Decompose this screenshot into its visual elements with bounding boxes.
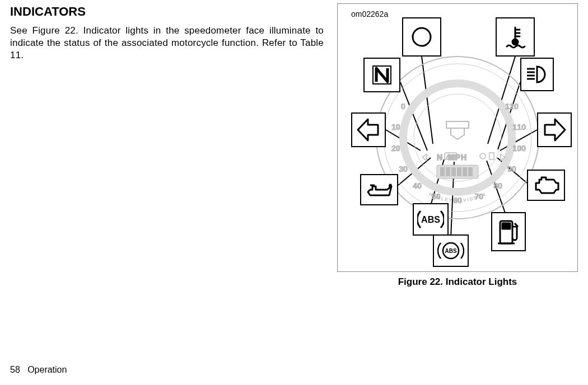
svg-rect-26 xyxy=(463,167,467,176)
svg-rect-27 xyxy=(468,167,473,176)
svg-rect-22 xyxy=(440,167,445,176)
right-turn-icon xyxy=(542,117,567,143)
gauge-tick: 90 xyxy=(507,165,516,173)
left-turn-icon xyxy=(356,117,381,143)
abs-icon: ABS xyxy=(417,208,444,231)
high-beam-icon xyxy=(525,62,549,87)
abs-alt-icon: ABS xyxy=(437,238,464,263)
svg-text:ABS: ABS xyxy=(445,248,456,254)
gauge-tick: 110 xyxy=(513,123,526,132)
gauge-tick: 10 xyxy=(391,123,400,132)
gauge-tick: 0 xyxy=(401,102,405,111)
check-engine-icon xyxy=(531,174,561,196)
svg-text:ABS: ABS xyxy=(421,215,440,224)
neutral-indicator-callout xyxy=(363,58,400,92)
page-footer: 58 Operation xyxy=(10,365,67,375)
svg-rect-23 xyxy=(446,167,450,176)
svg-text:N: N xyxy=(437,153,443,162)
gauge-tick: 40 xyxy=(413,181,422,190)
right-turn-indicator-callout xyxy=(537,112,572,147)
oil-pressure-indicator-callout xyxy=(360,174,398,205)
svg-rect-29 xyxy=(446,121,469,128)
low-fuel-indicator-callout xyxy=(491,212,526,251)
oil-pressure-icon xyxy=(365,179,394,201)
coolant-temp-icon xyxy=(502,24,528,50)
section-heading: INDICATORS xyxy=(10,4,324,19)
low-fuel-icon xyxy=(496,217,521,247)
svg-point-30 xyxy=(413,28,431,46)
gauge-tick: 30 xyxy=(399,165,408,173)
check-engine-indicator-callout xyxy=(527,170,565,201)
figure-box: om02262a xyxy=(337,3,578,272)
svg-rect-20 xyxy=(489,153,494,159)
svg-rect-46 xyxy=(502,223,510,229)
svg-point-19 xyxy=(480,153,486,159)
section-body: See Figure 22. Indicator lights in the s… xyxy=(10,25,324,62)
figure-caption: Figure 22. Indicator Lights xyxy=(337,276,578,288)
security-icon xyxy=(409,24,435,50)
page-number: 58 xyxy=(10,365,20,374)
highbeam-indicator-callout xyxy=(520,58,554,91)
gauge-tick: 120 xyxy=(505,102,519,111)
coolant-temp-indicator-callout xyxy=(496,17,535,57)
gauge-tick: 80 xyxy=(493,181,502,190)
abs-indicator-callout: ABS xyxy=(413,203,449,236)
section-name: Operation xyxy=(27,365,67,374)
gauge-tick: 20 xyxy=(391,144,400,153)
security-indicator-callout xyxy=(402,17,441,57)
svg-point-32 xyxy=(512,39,518,45)
svg-rect-24 xyxy=(451,167,456,176)
svg-rect-25 xyxy=(457,167,461,176)
svg-text:MPH: MPH xyxy=(448,153,467,162)
left-turn-indicator-callout xyxy=(351,112,386,147)
gauge-tick: 100 xyxy=(513,144,526,153)
neutral-icon xyxy=(370,63,394,87)
abs-alt-indicator-callout: ABS xyxy=(433,234,469,267)
